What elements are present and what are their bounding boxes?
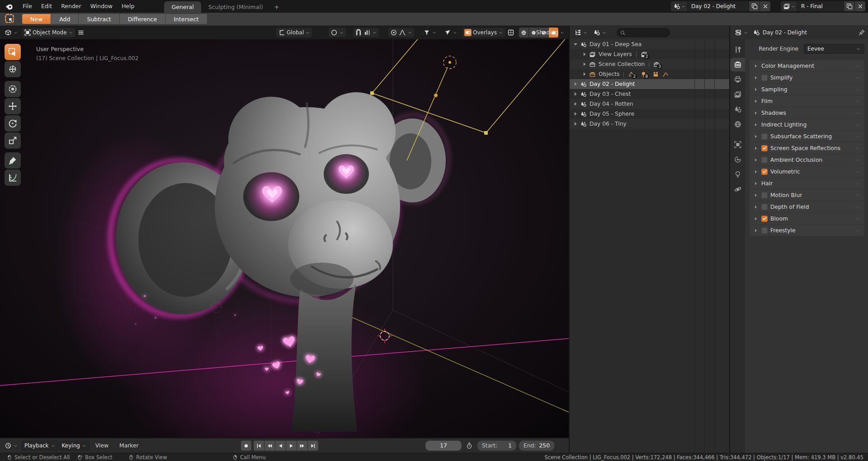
jump-last-button[interactable] <box>308 441 318 451</box>
view-layer-new-button[interactable] <box>844 1 854 11</box>
record-button[interactable] <box>241 441 251 451</box>
outliner-row[interactable]: Day 05 - Sphere <box>570 109 729 119</box>
tab-scene-tab[interactable] <box>730 103 745 116</box>
panel-shadows[interactable]: Shadows <box>750 107 864 118</box>
timeline-menu-keying[interactable]: Keying <box>59 441 90 451</box>
properties-editor-type-button[interactable] <box>733 28 750 38</box>
menu-file[interactable]: File <box>18 0 37 12</box>
outliner-filter-dropdown[interactable] <box>591 28 609 38</box>
expand-toggle-icon[interactable] <box>572 121 579 127</box>
view-layer-delete-button[interactable] <box>855 1 865 11</box>
timeline-editor-type-button[interactable] <box>3 441 20 451</box>
render-engine-dropdown[interactable]: Eevee <box>804 44 864 54</box>
expand-toggle-icon[interactable] <box>572 111 579 117</box>
select-box-tool-button[interactable] <box>5 44 21 60</box>
panel-sampling[interactable]: Sampling <box>750 84 864 95</box>
outliner-row[interactable]: Objects28 <box>570 69 729 79</box>
outliner-row[interactable]: Day 04 - Rotten <box>570 99 729 109</box>
shading-wireframe-button[interactable] <box>519 28 528 38</box>
pin-icon[interactable] <box>858 29 865 36</box>
panel-subsurface-scattering[interactable]: Subsurface Scattering <box>750 131 864 142</box>
menu-render[interactable]: Render <box>57 0 86 12</box>
timeline-menu-marker[interactable]: Marker <box>114 442 144 449</box>
outliner-search[interactable] <box>617 28 670 37</box>
annotate-tool-button[interactable] <box>5 152 21 169</box>
freestyle-checkbox[interactable] <box>761 227 768 234</box>
search-input[interactable] <box>627 29 664 36</box>
outliner-row[interactable]: Scene Collection3 <box>570 59 729 69</box>
simplify-checkbox[interactable] <box>761 75 768 81</box>
expand-toggle-icon[interactable] <box>581 71 588 77</box>
play-button[interactable] <box>286 441 297 451</box>
expand-toggle-icon[interactable] <box>572 91 579 97</box>
editor-type-button[interactable] <box>3 28 20 38</box>
panel-volumetric[interactable]: Volumetric <box>750 166 864 177</box>
viewport-3d[interactable]: Object Mode Global Overlays <box>0 26 569 437</box>
object-type-visibility-dropdown[interactable] <box>421 28 439 38</box>
panel-depth-of-field[interactable]: Depth of Field <box>750 201 864 212</box>
outliner-row[interactable]: Day 02 - Delight <box>570 79 729 89</box>
expand-toggle-icon[interactable] <box>572 101 579 107</box>
snap-group[interactable] <box>353 28 379 38</box>
xray-toggle[interactable] <box>505 28 516 38</box>
scene-name-field[interactable]: Day 02 - Delight <box>688 1 749 11</box>
tab-constraints-tab[interactable] <box>730 153 745 166</box>
expand-toggle-icon[interactable] <box>572 41 579 47</box>
view-layer-name-field[interactable]: R - Final <box>797 1 844 11</box>
timeline-menu-playback[interactable]: Playback <box>22 441 58 451</box>
panel-simplify[interactable]: Simplify <box>750 72 864 83</box>
add-workspace-button[interactable]: + <box>270 1 283 13</box>
expand-toggle-icon[interactable] <box>581 51 588 57</box>
workspace-tab-general[interactable]: General <box>164 1 201 13</box>
motion-blur-checkbox[interactable] <box>761 192 768 198</box>
panel-indirect-lighting[interactable]: Indirect Lighting <box>750 119 864 130</box>
pivot-point-dropdown[interactable] <box>328 28 346 38</box>
prev-keyframe-button[interactable] <box>264 441 275 451</box>
frame-start-field[interactable]: Start: 1 <box>477 441 516 451</box>
panel-hair[interactable]: Hair <box>750 178 864 189</box>
gizmo-dropdown[interactable] <box>442 28 459 38</box>
new-button[interactable]: New <box>22 14 51 24</box>
expand-toggle-icon[interactable] <box>581 61 588 67</box>
tab-output-tab[interactable] <box>730 73 745 86</box>
tab-light-data-tab[interactable] <box>730 168 745 181</box>
depth-of-field-checkbox[interactable] <box>761 204 768 210</box>
menu-window[interactable]: Window <box>86 0 117 12</box>
mode-dropdown[interactable]: Object Mode <box>22 28 75 38</box>
next-keyframe-button[interactable] <box>297 441 307 451</box>
active-tool-box-icon[interactable] <box>3 14 17 24</box>
tab-object-tab[interactable] <box>730 138 745 151</box>
stopwatch-icon[interactable] <box>466 442 473 449</box>
intersect-button[interactable]: Intersect <box>165 14 207 24</box>
blender-logo-icon[interactable] <box>5 2 14 11</box>
panel-film[interactable]: Film <box>750 95 864 107</box>
bloom-checkbox[interactable] <box>761 216 768 222</box>
frame-end-field[interactable]: End: 250 <box>519 441 554 451</box>
scene-delete-button[interactable] <box>760 1 770 11</box>
panel-freestyle[interactable]: Freestyle <box>750 225 864 236</box>
overlays-dropdown[interactable]: Overlays <box>462 28 505 38</box>
panel-color-management[interactable]: Color Management <box>750 60 864 71</box>
cursor-tool-button[interactable] <box>5 61 21 77</box>
mode-options-button[interactable] <box>75 28 86 38</box>
difference-button[interactable]: Difference <box>120 14 165 24</box>
shading-dropdown[interactable]: Shading <box>534 28 566 38</box>
subtract-button[interactable]: Subtract <box>79 14 119 24</box>
menu-edit[interactable]: Edit <box>37 0 57 12</box>
outliner-row[interactable]: View Layers2 <box>570 49 729 59</box>
outliner-row[interactable]: Day 03 - Chest <box>570 89 729 99</box>
play-reverse-button[interactable] <box>275 441 286 451</box>
scene-new-button[interactable] <box>749 1 760 11</box>
panel-ambient-occlusion[interactable]: Ambient Occlusion <box>750 154 864 165</box>
panel-bloom[interactable]: Bloom <box>750 213 864 224</box>
orientation-dropdown[interactable]: Global <box>276 28 312 38</box>
tab-tool-tab[interactable] <box>730 43 745 56</box>
transform-tool-button[interactable] <box>5 81 21 97</box>
expand-toggle-icon[interactable] <box>572 81 579 87</box>
tab-view-layer-tab[interactable] <box>730 88 745 101</box>
jump-first-button[interactable] <box>254 441 264 451</box>
proportional-edit-group[interactable] <box>388 28 415 38</box>
menu-help[interactable]: Help <box>117 0 139 12</box>
volumetric-checkbox[interactable] <box>761 169 768 175</box>
tab-world-tab[interactable] <box>730 118 745 131</box>
